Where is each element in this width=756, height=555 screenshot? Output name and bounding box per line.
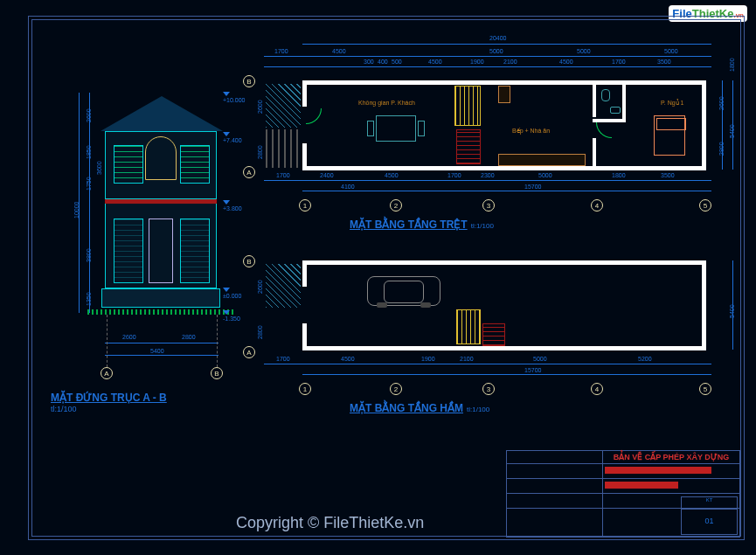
- dim-b3a: 1700: [447, 172, 461, 178]
- dim-lowerstorey: 3800: [86, 248, 92, 262]
- dim-t6b: 5000: [577, 48, 591, 54]
- dim-b-rightspan: 15700: [524, 184, 541, 190]
- dim-t6c: 5000: [664, 48, 678, 54]
- level-base: -1.350: [223, 309, 240, 322]
- level-eave: +7.400: [223, 131, 242, 143]
- stair-down: [456, 129, 481, 164]
- car-outline: [367, 276, 440, 306]
- bedroom-door-swing: [596, 122, 612, 138]
- level-ridge: +10.000: [223, 91, 246, 103]
- bp-wall-bot: [302, 346, 704, 350]
- arch-window: [145, 136, 177, 180]
- tb-redbar-1: [605, 467, 711, 474]
- basement-plan-scale: tl:1/100: [467, 406, 489, 413]
- bp-dim-porch: 1700: [276, 356, 290, 362]
- gp-axis-3: 3: [482, 199, 495, 212]
- wall-top: [302, 80, 704, 85]
- bp-s-l-up: 2600: [257, 280, 263, 294]
- elevation-scale: tl:1/100: [51, 405, 77, 413]
- gp-axis-a-l: A: [243, 166, 255, 178]
- tb-header: BẢN VẼ CẤP PHÉP XÂY DỰNG: [603, 451, 739, 463]
- bp-axis-1: 1: [299, 383, 311, 395]
- front-door-swing: [306, 108, 322, 124]
- bp-dim3: 5000: [533, 356, 547, 362]
- dim-h-line2: [105, 355, 218, 356]
- dim-b-porch: 1700: [276, 172, 290, 178]
- dim-b2: 4500: [385, 172, 399, 178]
- dim-t4: 1900: [470, 59, 484, 65]
- wall-left-bot: [302, 143, 307, 170]
- dim-s-lower: 2800: [718, 142, 725, 156]
- roof: [101, 96, 223, 131]
- ground-plan-scale: tl:1/100: [471, 222, 494, 230]
- dim-b4: 5000: [538, 172, 552, 178]
- dim-t6: 5000: [489, 48, 503, 54]
- bp-hatch: [266, 264, 301, 308]
- bp-axis-2: 2: [390, 383, 402, 395]
- window-upper-left: [114, 145, 143, 184]
- partition-1: [593, 80, 596, 117]
- dim-total-v: 10000: [73, 202, 80, 219]
- bp-wall-r: [702, 260, 706, 350]
- bp-axis-4: 4: [591, 383, 603, 395]
- plinth: [101, 288, 220, 308]
- ground-floor-plan: Không gian P. Khách Bếp + Nhà ăn P. Ngủ …: [262, 80, 708, 177]
- bp-axis-a-l: A: [243, 346, 255, 358]
- toilet-basin: [610, 107, 621, 114]
- axis-a-line: [107, 315, 108, 367]
- bp-dim1: 4500: [341, 356, 355, 362]
- dim-t7b: 1700: [612, 59, 626, 65]
- gp-axis-4: 4: [591, 199, 603, 212]
- level-ground: ±0.000: [223, 287, 241, 299]
- axis-a: A: [101, 367, 113, 379]
- dim-chain-v2: [89, 93, 90, 313]
- dim-b-leftspan: 4100: [341, 184, 355, 190]
- bp-dim2a: 1900: [421, 356, 435, 362]
- dim-t1: 4500: [332, 48, 346, 54]
- dim-b3b: 2300: [481, 172, 495, 178]
- dim-t2b: 400: [378, 59, 388, 65]
- bp-wall-lt: [302, 260, 307, 287]
- gp-axis-b-l: B: [243, 75, 255, 87]
- dim-h3: 1750: [86, 177, 92, 191]
- dim-t2a: 300: [364, 59, 374, 65]
- watermark: Copyright © FileThietKe.vn: [236, 514, 424, 532]
- kitchen-counter: [498, 154, 586, 166]
- tb-redbar-2: [605, 482, 678, 489]
- bp-s-l-lo: 2800: [257, 325, 263, 339]
- porch-roof-hatch: [266, 84, 301, 128]
- wall-right: [702, 80, 706, 170]
- dim-upper-pair: 3600: [96, 161, 102, 175]
- bp-dim-s-total: 5400: [729, 304, 735, 318]
- bp-dim4: 5200: [638, 356, 652, 362]
- basement-plan-title: MẶT BẰNG TẦNG HẦMtl:1/100: [350, 402, 489, 414]
- elevation-title: MẶT ĐỨNG TRỤC A - B: [51, 392, 167, 404]
- door-lower-left: [114, 219, 143, 283]
- dim-h-right: 2800: [182, 334, 196, 340]
- bp-dim-rs: 15700: [524, 367, 541, 373]
- dim-overall: 20400: [489, 35, 506, 41]
- title-block: BẢN VẼ CẤP PHÉP XÂY DỰNG KT 01: [506, 450, 740, 538]
- dim-t5: 2100: [503, 59, 517, 65]
- dim-t7a: 4500: [559, 59, 573, 65]
- dim-h-total: 5400: [150, 348, 164, 354]
- dim-t-porch: 1700: [274, 48, 288, 54]
- dim-h-line1: [105, 343, 218, 343]
- bp-wall-lb: [302, 323, 307, 350]
- dim-s-total: 5400: [729, 124, 735, 138]
- bp-stair: [456, 309, 481, 344]
- dim-s-upper: 2600: [718, 96, 725, 110]
- dim-h-left: 2600: [122, 334, 136, 340]
- center-door: [149, 219, 173, 283]
- dim-b1: 2400: [320, 172, 334, 178]
- ground-plan-title: MẶT BẰNG TẦNG TRỆTtl:1/100: [350, 219, 494, 231]
- gp-axis-1: 1: [299, 199, 311, 212]
- label-living: Không gian P. Khách: [358, 100, 415, 106]
- bp-stair-landing: [482, 323, 505, 346]
- dim-roof: 2600: [86, 108, 92, 122]
- wall-bottom: [302, 166, 704, 170]
- dim-t2c: 500: [392, 59, 402, 65]
- door-lower-right: [180, 219, 210, 283]
- label-bed1: P. Ngủ 1: [661, 100, 683, 107]
- gp-s-l-lo: 2800: [257, 145, 263, 159]
